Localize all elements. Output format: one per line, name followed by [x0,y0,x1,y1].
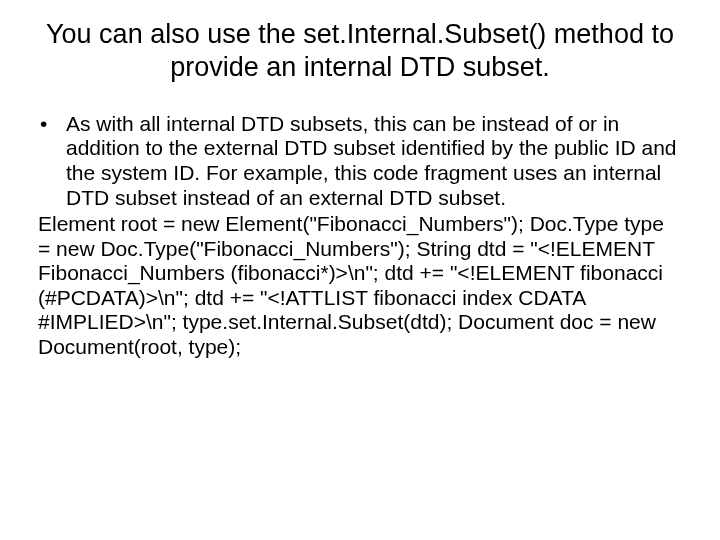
bullet-item: • As with all internal DTD subsets, this… [38,112,682,210]
slide: You can also use the set.Internal.Subset… [0,0,720,540]
bullet-marker: • [38,112,66,137]
bullet-text: As with all internal DTD subsets, this c… [66,112,682,210]
slide-title: You can also use the set.Internal.Subset… [38,18,682,84]
slide-body: • As with all internal DTD subsets, this… [38,112,682,360]
code-block: Element root = new Element("Fibonacci_Nu… [38,212,682,359]
code-text: Element root = new Element("Fibonacci_Nu… [38,212,682,359]
